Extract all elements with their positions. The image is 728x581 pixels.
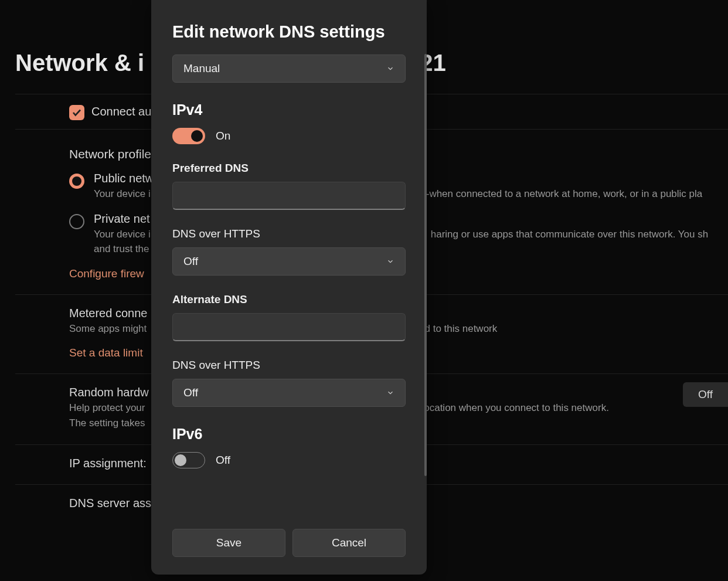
- doh-preferred-dropdown[interactable]: Off: [172, 247, 406, 276]
- alternate-dns-input[interactable]: [172, 313, 406, 341]
- ipv4-toggle-row: On: [172, 128, 406, 144]
- doh-alternate-label: DNS over HTTPS: [172, 359, 406, 372]
- ipv6-toggle-label: Off: [216, 454, 230, 467]
- chevron-down-icon: [386, 389, 394, 397]
- preferred-dns-label: Preferred DNS: [172, 162, 406, 175]
- ipv4-heading: IPv4: [172, 101, 406, 118]
- doh-alternate-value: Off: [183, 386, 198, 399]
- private-network-radio[interactable]: [69, 214, 84, 229]
- chevron-down-icon: [386, 64, 394, 73]
- dialog-scrollbar[interactable]: [424, 54, 427, 476]
- doh-alternate-dropdown[interactable]: Off: [172, 379, 406, 407]
- chevron-down-icon: [386, 257, 394, 266]
- doh-preferred-label: DNS over HTTPS: [172, 227, 406, 240]
- ipv6-heading: IPv6: [172, 426, 406, 443]
- save-button[interactable]: Save: [172, 529, 285, 557]
- dialog-title: Edit network DNS settings: [172, 22, 406, 42]
- ipv4-toggle[interactable]: [172, 128, 205, 144]
- check-icon: [72, 107, 82, 118]
- ipv6-toggle-row: Off: [172, 452, 406, 468]
- dialog-footer: Save Cancel: [151, 519, 427, 575]
- dns-mode-value: Manual: [183, 62, 220, 75]
- cancel-button[interactable]: Cancel: [292, 529, 406, 557]
- connect-auto-label: Connect au: [91, 105, 151, 118]
- random-hw-off-button[interactable]: Off: [683, 382, 728, 407]
- ipv6-toggle[interactable]: [172, 452, 205, 468]
- dns-mode-dropdown[interactable]: Manual: [172, 55, 406, 83]
- doh-preferred-value: Off: [183, 255, 198, 268]
- ipv4-toggle-label: On: [216, 130, 230, 142]
- preferred-dns-input[interactable]: [172, 182, 406, 210]
- public-network-radio[interactable]: [69, 174, 84, 189]
- connect-auto-checkbox[interactable]: [69, 105, 84, 120]
- alternate-dns-label: Alternate DNS: [172, 293, 406, 306]
- edit-dns-dialog: Edit network DNS settings Manual IPv4 On…: [151, 0, 427, 575]
